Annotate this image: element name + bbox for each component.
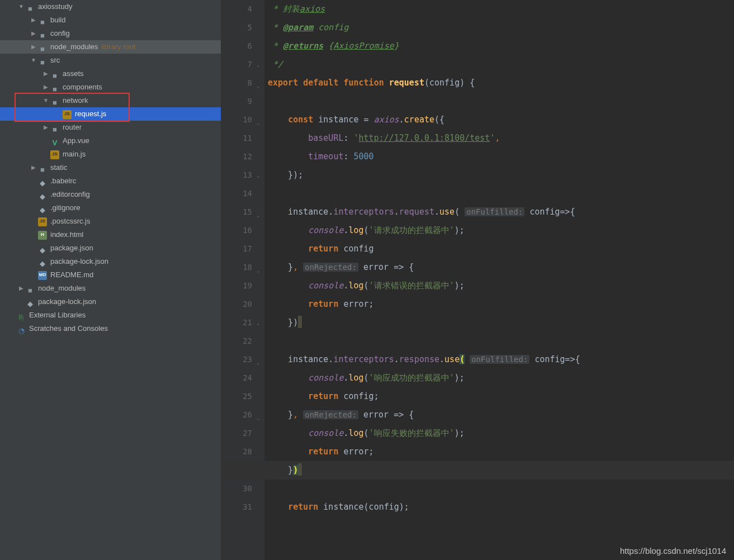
fold-indicator-icon[interactable]: ⌄ bbox=[254, 80, 262, 92]
code-line[interactable]: * @returns {AxiosPromise} bbox=[268, 37, 734, 55]
expand-arrow-icon[interactable]: ▶ bbox=[41, 67, 50, 80]
watermark: https://blog.csdn.net/scj1014 bbox=[620, 546, 726, 556]
code-line[interactable]: timeout: 5000 bbox=[268, 148, 734, 166]
expand-arrow-icon[interactable]: ▶ bbox=[29, 27, 38, 40]
tree-node-src[interactable]: ▼src bbox=[0, 54, 221, 67]
tree-node-package-lock-json[interactable]: package-lock.json bbox=[0, 255, 221, 268]
project-tree[interactable]: ▼axiosstudy▶build▶config▶node_moduleslib… bbox=[0, 0, 221, 560]
code-line[interactable]: return error; bbox=[268, 443, 734, 461]
code-line[interactable]: }, onRejected: error => { bbox=[268, 258, 734, 277]
code-line[interactable]: return instance(config); bbox=[268, 498, 734, 516]
code-line[interactable]: */ bbox=[268, 55, 734, 74]
code-line[interactable]: }, onRejected: error => { bbox=[268, 406, 734, 424]
code-line[interactable]: console.log('请求成功的拦截器中'); bbox=[268, 221, 734, 240]
code-line[interactable]: console.log('响应失败的拦截器中'); bbox=[268, 424, 734, 443]
code-line[interactable]: }) bbox=[268, 461, 734, 480]
tree-node-label: App.vue bbox=[63, 134, 89, 148]
line-number: 10 bbox=[221, 111, 252, 129]
line-number: 16 bbox=[221, 221, 252, 240]
tree-node-app-vue[interactable]: App.vue bbox=[0, 134, 221, 148]
code-line[interactable]: * 封装axios bbox=[268, 0, 734, 18]
line-number: 20 bbox=[221, 295, 252, 314]
tree-node-package-json[interactable]: package.json bbox=[0, 241, 221, 255]
code-line[interactable]: return config; bbox=[268, 387, 734, 406]
fold-indicator-icon[interactable]: ⌄ bbox=[254, 357, 262, 369]
tree-node-assets[interactable]: ▶assets bbox=[0, 67, 221, 80]
generic-file-icon bbox=[38, 244, 47, 253]
line-number: 28 bbox=[221, 443, 252, 461]
tree-node--postcssrc-js[interactable]: JS.postcssrc.js bbox=[0, 215, 221, 228]
tree-node-network[interactable]: ▼network bbox=[0, 94, 221, 107]
fold-indicator-icon[interactable]: ⌃ bbox=[254, 320, 262, 332]
tree-node-package-lock-json[interactable]: package-lock.json bbox=[0, 295, 221, 309]
tree-node-node_modules[interactable]: ▶node_moduleslibrary root bbox=[0, 40, 221, 54]
line-number: 24 bbox=[221, 369, 252, 387]
code-line[interactable]: instance.interceptors.request.use( onFul… bbox=[268, 203, 734, 221]
expand-arrow-icon[interactable]: ▶ bbox=[17, 282, 26, 295]
fold-indicator-icon[interactable]: ⌃ bbox=[254, 61, 262, 74]
expand-arrow-icon[interactable]: ▼ bbox=[17, 0, 26, 13]
code-line[interactable] bbox=[268, 184, 734, 203]
folder-icon bbox=[50, 69, 59, 78]
tree-node-label: static bbox=[50, 161, 67, 174]
code-editor[interactable]: 4567⌃8⌄910⌄111213⌃1415⌄161718⌄192021⌃222… bbox=[221, 0, 734, 560]
code-line[interactable]: console.log('响应成功的拦截器中'); bbox=[268, 369, 734, 387]
fold-indicator-icon[interactable]: ⌃ bbox=[254, 172, 262, 184]
expand-arrow-icon[interactable]: ▶ bbox=[29, 40, 38, 54]
tree-node-label: components bbox=[63, 80, 102, 94]
code-area[interactable]: * 封装axios * @param config * @returns {Ax… bbox=[264, 0, 734, 560]
tree-node-label: package.json bbox=[50, 241, 93, 255]
code-line[interactable] bbox=[268, 480, 734, 498]
tree-node-build[interactable]: ▶build bbox=[0, 13, 221, 27]
code-line[interactable]: return error; bbox=[268, 295, 734, 314]
code-line[interactable] bbox=[268, 332, 734, 350]
code-line[interactable] bbox=[268, 92, 734, 111]
tree-node-axiosstudy[interactable]: ▼axiosstudy bbox=[0, 0, 221, 13]
line-number: 22 bbox=[221, 332, 252, 350]
expand-arrow-icon[interactable]: ▼ bbox=[29, 54, 38, 67]
external-icon bbox=[17, 311, 26, 320]
fold-indicator-icon[interactable]: ⌄ bbox=[254, 412, 262, 424]
caret bbox=[298, 316, 302, 328]
fold-indicator-icon[interactable]: ⌄ bbox=[254, 209, 262, 221]
html-file-icon: H bbox=[38, 231, 47, 240]
generic-file-icon bbox=[26, 297, 35, 306]
code-line[interactable]: const instance = axios.create({ bbox=[268, 111, 734, 129]
expand-arrow-icon[interactable]: ▶ bbox=[29, 161, 38, 174]
tree-node-readme-md[interactable]: MDREADME.md bbox=[0, 268, 221, 282]
tree-node-config[interactable]: ▶config bbox=[0, 27, 221, 40]
expand-arrow-icon[interactable]: ▼ bbox=[41, 94, 50, 107]
code-line[interactable]: export default function request(config) … bbox=[268, 74, 734, 92]
tree-node--editorconfig[interactable]: .editorconfig bbox=[0, 188, 221, 201]
line-number: 14 bbox=[221, 184, 252, 203]
scratches-consoles[interactable]: Scratches and Consoles bbox=[0, 322, 221, 335]
caret bbox=[298, 463, 302, 476]
code-line[interactable]: instance.interceptors.response.use( onFu… bbox=[268, 350, 734, 369]
tree-node--gitignore[interactable]: .gitignore bbox=[0, 201, 221, 215]
expand-arrow-icon[interactable]: ▶ bbox=[41, 121, 50, 134]
tree-node--babelrc[interactable]: .babelrc bbox=[0, 174, 221, 188]
generic-file-icon bbox=[38, 190, 47, 199]
fold-indicator-icon[interactable]: ⌄ bbox=[254, 264, 262, 277]
tree-node-static[interactable]: ▶static bbox=[0, 161, 221, 174]
code-line[interactable]: * @param config bbox=[268, 18, 734, 37]
tree-node-main-js[interactable]: JSmain.js bbox=[0, 148, 221, 161]
external-libraries[interactable]: External Libraries bbox=[0, 309, 221, 322]
code-line[interactable]: console.log('请求错误的拦截器中'); bbox=[268, 277, 734, 295]
tree-node-components[interactable]: ▶components bbox=[0, 80, 221, 94]
tree-node-label: network bbox=[63, 94, 88, 107]
expand-arrow-icon[interactable]: ▶ bbox=[29, 13, 38, 27]
tree-node-index-html[interactable]: Hindex.html bbox=[0, 228, 221, 241]
fold-indicator-icon[interactable]: ⌄ bbox=[254, 117, 262, 129]
tree-node-label: .gitignore bbox=[50, 201, 80, 215]
code-line[interactable]: return config bbox=[268, 240, 734, 258]
code-line[interactable]: }) bbox=[268, 314, 734, 332]
code-line[interactable]: }); bbox=[268, 166, 734, 184]
line-number: 17 bbox=[221, 240, 252, 258]
code-line[interactable]: baseURL: 'http://127.0.0.1:8100/test', bbox=[268, 129, 734, 148]
tree-node-request-js[interactable]: JSrequest.js bbox=[0, 107, 221, 121]
line-number: 18 bbox=[221, 258, 252, 277]
expand-arrow-icon[interactable]: ▶ bbox=[41, 80, 50, 94]
tree-node-router[interactable]: ▶router bbox=[0, 121, 221, 134]
tree-node-node_modules[interactable]: ▶node_modules bbox=[0, 282, 221, 295]
